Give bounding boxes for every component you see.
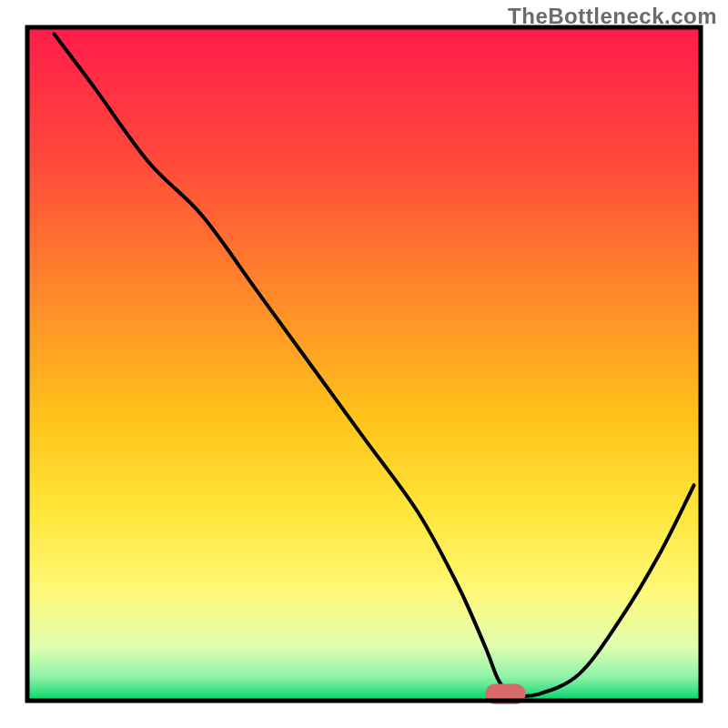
attribution-label: TheBottleneck.com — [508, 4, 717, 29]
bottleneck-chart — [0, 0, 728, 728]
plot-background — [27, 27, 701, 701]
chart-container: TheBottleneck.com — [0, 0, 728, 728]
